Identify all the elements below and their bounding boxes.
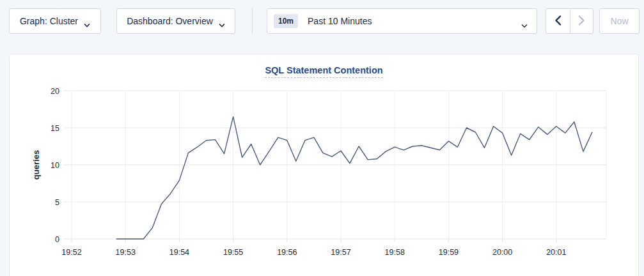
time-range-selector[interactable]: 10m Past 10 Minutes bbox=[267, 8, 537, 34]
svg-text:19:56: 19:56 bbox=[277, 248, 297, 257]
chevron-down-icon bbox=[521, 19, 528, 24]
chart-title-row: SQL Statement Contention bbox=[10, 65, 638, 80]
dashboard-dropdown-label: Dashboard: Overview bbox=[127, 16, 213, 26]
svg-text:19:57: 19:57 bbox=[331, 248, 350, 257]
graph-dropdown[interactable]: Graph: Cluster bbox=[9, 8, 101, 34]
time-back-button[interactable] bbox=[546, 9, 570, 33]
svg-text:19:54: 19:54 bbox=[169, 248, 189, 257]
svg-text:19:55: 19:55 bbox=[223, 248, 243, 257]
chart-panel: SQL Statement Contention 0510152019:5219… bbox=[9, 54, 639, 276]
svg-text:19:58: 19:58 bbox=[385, 248, 405, 257]
svg-text:20:00: 20:00 bbox=[492, 248, 512, 257]
time-nav-group bbox=[546, 8, 593, 34]
svg-text:5: 5 bbox=[55, 198, 59, 207]
svg-text:15: 15 bbox=[51, 124, 59, 133]
svg-text:0: 0 bbox=[55, 235, 59, 244]
svg-text:19:53: 19:53 bbox=[116, 248, 136, 257]
toolbar-divider bbox=[252, 8, 253, 34]
dashboard-dropdown[interactable]: Dashboard: Overview bbox=[116, 8, 235, 34]
graph-dropdown-label: Graph: Cluster bbox=[20, 16, 78, 26]
svg-text:20: 20 bbox=[51, 87, 59, 96]
time-range-badge: 10m bbox=[274, 14, 298, 28]
svg-text:19:52: 19:52 bbox=[61, 248, 81, 257]
time-range-label: Past 10 Minutes bbox=[308, 16, 521, 26]
chevron-left-icon bbox=[554, 15, 562, 27]
chevron-down-icon bbox=[219, 19, 225, 24]
now-button[interactable]: Now bbox=[599, 8, 640, 34]
chart-title[interactable]: SQL Statement Contention bbox=[265, 65, 382, 78]
time-forward-button[interactable] bbox=[570, 9, 593, 33]
sql-contention-chart: 0510152019:5219:5319:5419:5519:5619:5719… bbox=[10, 80, 638, 276]
svg-text:20:01: 20:01 bbox=[546, 248, 566, 257]
chevron-right-icon bbox=[578, 15, 585, 27]
svg-text:19:59: 19:59 bbox=[439, 248, 459, 257]
chevron-down-icon bbox=[84, 19, 90, 24]
y-axis-label: queries bbox=[31, 150, 41, 180]
svg-text:10: 10 bbox=[51, 161, 59, 170]
